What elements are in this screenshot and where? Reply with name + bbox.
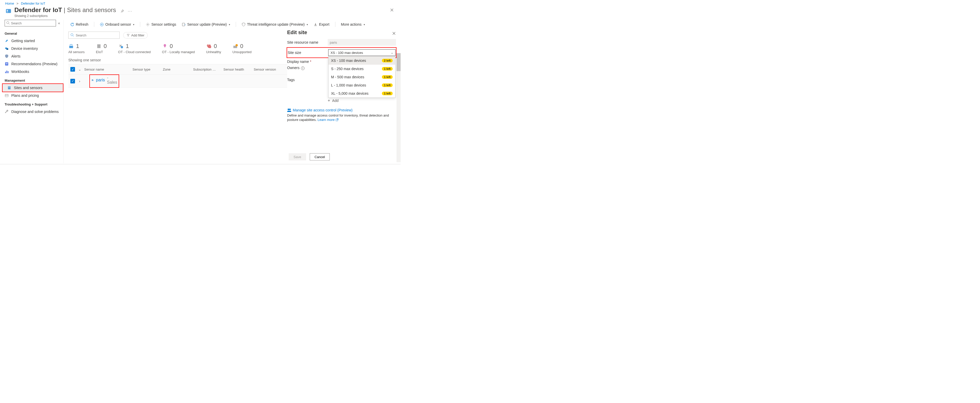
wrench-icon [5,109,9,114]
th-sensor-health[interactable]: Sensor health [223,68,252,71]
plus-icon: + [328,98,330,103]
manage-access-link[interactable]: Manage site access control (Preview) [287,108,396,112]
th-sensor-type[interactable]: Sensor type [132,68,161,71]
building-icon [7,86,11,90]
svg-point-19 [147,24,148,25]
th-sensor-name[interactable]: Sensor name [84,68,130,71]
info-icon[interactable]: i [301,67,305,70]
th-subscription[interactable]: Subscription … [193,68,221,71]
nav-diagnose[interactable]: Diagnose and solve problems [0,108,64,116]
main-search [68,32,120,39]
dd-option-xs[interactable]: XS - 100 max devices2 left [328,57,395,65]
refresh-button[interactable]: Refresh [68,21,91,27]
nav-plans-pricing[interactable]: Plans and pricing [0,92,64,99]
add-filter-button[interactable]: Add filter [123,32,148,38]
stat-ot-local[interactable]: 0 OT - Locally managed [162,43,195,54]
heart-broken-icon [206,43,212,49]
svg-rect-17 [5,95,8,95]
building-grey-icon [96,43,102,49]
breadcrumb-defender[interactable]: Defender for IoT [21,2,45,5]
stat-all-sensors[interactable]: 1 All sensors [68,43,85,54]
resource-name-field: paris [328,39,396,46]
svg-rect-10 [5,71,6,73]
row-checkbox[interactable]: ✓ [70,79,75,83]
breadcrumb-home[interactable]: Home [5,2,14,5]
svg-rect-12 [8,71,8,73]
svg-rect-14 [8,87,9,87]
nav-getting-started[interactable]: Getting started [0,37,64,44]
cloud-tools-icon [118,43,124,49]
dd-option-l[interactable]: L - 1,000 max devices1 left [328,81,395,89]
svg-rect-1 [7,10,8,11]
list-icon [5,62,9,66]
export-button[interactable]: Export [312,21,331,27]
external-link-icon [336,118,339,121]
panel-title: Edit site [287,30,307,35]
stat-unsupported[interactable]: 0 Unsupported [232,43,251,54]
download-icon [313,22,317,27]
collapse-sidebar-icon[interactable]: « [58,21,60,25]
chevron-down-icon: ⌄ [391,51,393,54]
svg-rect-15 [10,87,10,87]
stat-ot-cloud[interactable]: 1 OT - Cloud connected [118,43,151,54]
select-all-checkbox[interactable]: ✓ [70,67,75,71]
svg-rect-11 [6,71,7,73]
plus-circle-icon [100,22,104,27]
svg-point-28 [235,44,238,46]
svg-point-3 [7,22,9,24]
close-panel-icon[interactable] [392,31,396,35]
svg-rect-30 [93,80,94,81]
people-icon [287,108,291,112]
more-actions-button[interactable]: More actions▾ [339,21,367,27]
th-zone[interactable]: Zone [163,68,191,71]
svg-line-22 [73,36,74,37]
scrollbar-thumb[interactable] [396,53,401,71]
cancel-button[interactable]: Cancel [310,153,330,160]
pricing-icon [5,94,9,98]
dd-option-s[interactable]: S - 250 max devices1 left [328,65,395,73]
nav-alerts[interactable]: Alerts [0,52,64,60]
sensor-warn-icon [232,43,238,49]
svg-rect-6 [6,48,8,50]
site-name[interactable]: paris [96,78,105,83]
ti-update-button[interactable]: Threat intelligence update (Preview)▾ [240,21,310,27]
main-content: Refresh Onboard sensor▾ Sensor settings … [64,20,401,163]
expand-row-icon[interactable]: › [77,79,82,83]
expand-all-icon[interactable]: ⌄ [77,68,82,71]
dd-option-m[interactable]: M - 500 max devices1 left [328,73,395,81]
sensor-icon [68,43,74,49]
nav-recommendations[interactable]: Recommendations (Preview) [0,60,64,68]
nav-group-management: Management [0,75,64,84]
update-icon [182,22,186,27]
nav-sites-sensors[interactable]: Sites and sensors [3,84,63,92]
search-icon [6,21,10,25]
nav-group-troubleshoot: Troubleshooting + Support [0,99,64,108]
add-tag-button[interactable]: + Add [328,98,396,103]
dd-option-xl[interactable]: XL - 5,000 max devices1 left [328,89,395,98]
save-button[interactable]: Save [289,153,306,160]
more-icon[interactable]: ··· [128,9,132,13]
stat-eiot[interactable]: 0 EIoT [96,43,107,54]
svg-rect-24 [97,44,100,48]
sensor-update-button[interactable]: Sensor update (Preview)▾ [180,21,232,27]
learn-more-link[interactable]: Learn more [318,118,339,122]
label-owners: Ownersi [287,66,328,70]
main-search-input[interactable] [68,32,120,39]
nav-workbooks[interactable]: Workbooks [0,68,64,75]
th-sensor-version[interactable]: Sensor version [254,68,282,71]
onboard-sensor-button[interactable]: Onboard sensor▾ [98,21,136,27]
sidebar: « General Getting started Device invento… [0,20,64,163]
defender-iot-icon [5,8,12,14]
pin-icon [162,43,168,49]
filter-icon [127,33,130,37]
label-site-size: Site size [288,51,328,55]
site-size-dropdown: XS - 100 max devices2 left S - 250 max d… [328,56,396,98]
site-size-select[interactable]: XS - 100 max devices ⌄ XS - 100 max devi… [328,49,396,56]
sidebar-search-input[interactable] [5,20,56,27]
sensor-settings-button[interactable]: Sensor settings [144,21,178,27]
svg-rect-9 [6,64,8,64]
close-icon[interactable] [390,8,394,12]
stat-unhealthy[interactable]: 0 Unhealthy [206,43,221,54]
pin-icon[interactable] [120,9,124,13]
nav-device-inventory[interactable]: Device inventory [0,44,64,52]
